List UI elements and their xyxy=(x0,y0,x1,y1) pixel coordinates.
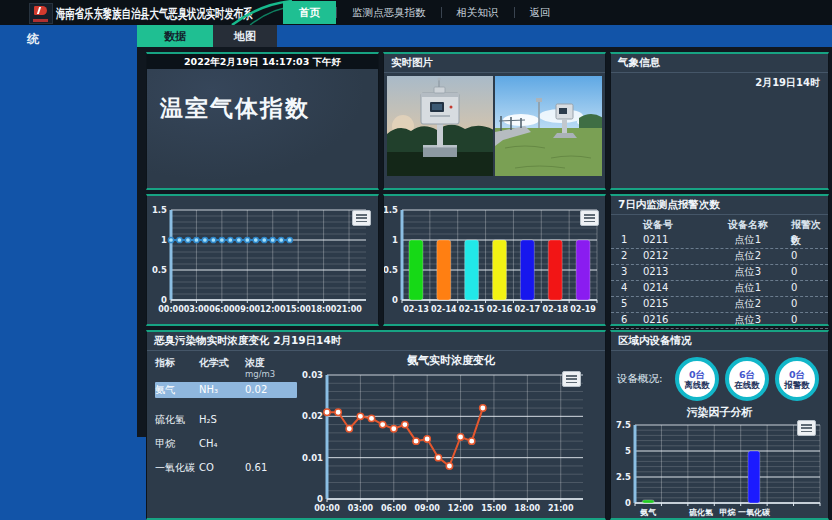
svg-text:0: 0 xyxy=(392,295,398,305)
svg-text:12:00: 12:00 xyxy=(448,504,474,513)
svg-text:02-17: 02-17 xyxy=(515,305,541,314)
device-stat-3: 0台报警数 xyxy=(775,357,819,401)
svg-text:15:00: 15:00 xyxy=(481,504,507,513)
svg-text:02-15: 02-15 xyxy=(459,305,485,314)
logo-glyph xyxy=(34,6,47,15)
svg-text:21:00: 21:00 xyxy=(548,504,574,513)
svg-text:2.5: 2.5 xyxy=(616,472,631,482)
nav-item-3[interactable]: 相关知识 xyxy=(442,0,514,25)
nav-item-2[interactable]: 监测点恶臭指数 xyxy=(337,0,441,25)
svg-text:18:00: 18:00 xyxy=(515,504,541,513)
stat-label: 在线数 xyxy=(734,380,760,390)
chart-toolbox-icon[interactable] xyxy=(797,420,816,436)
devices-overview: 设备概况: 0台离线数6台在线数0台报警数 xyxy=(611,351,828,405)
panel-daily-index-chart: 00.511.502-1302-1402-1502-1602-1702-1802… xyxy=(383,194,606,326)
pollutant-row[interactable]: 甲烷CH₄ xyxy=(155,436,297,452)
svg-text:氨气: 氨气 xyxy=(639,508,656,517)
pollutant-row[interactable]: 硫化氢H₂S xyxy=(155,412,297,428)
unit-label: mg/m3 xyxy=(245,369,289,380)
photo-monitoring-station-2 xyxy=(495,76,602,176)
svg-text:12:00: 12:00 xyxy=(260,305,286,314)
panel-7day-alarms: 7日内监测点报警次数 设备号 设备名称 报警次数 10211点位1020212点… xyxy=(610,194,829,326)
weather-timestamp: 2月19日14时 xyxy=(611,73,828,90)
svg-text:15:00: 15:00 xyxy=(285,305,311,314)
weather-title: 气象信息 xyxy=(611,54,828,73)
devices-title: 区域内设备情况 xyxy=(611,332,828,351)
datetime-bar: 2022年2月19日 14:17:03 下午好 xyxy=(147,54,378,69)
svg-text:02-18: 02-18 xyxy=(542,305,568,314)
chart-toolbox-icon[interactable] xyxy=(580,210,599,226)
greenhouse-index-title: 温室气体指数 xyxy=(147,69,378,124)
pollutants-table-body: 氨气NH₃0.02硫化氢H₂S甲烷CH₄一氧化碳CO0.61 xyxy=(155,382,297,476)
svg-text:1: 1 xyxy=(392,235,398,245)
alarms-table-header: 设备号 设备名称 报警次数 xyxy=(611,217,828,233)
panel-area-devices: 区域内设备情况 设备概况: 0台离线数6台在线数0台报警数 污染因子分析 02.… xyxy=(610,330,829,520)
nh3-chart-title: 氨气实时浓度变化 xyxy=(297,353,605,367)
app-logo-icon xyxy=(29,3,53,24)
alarm-table-row: 10211点位10 xyxy=(611,233,828,249)
pollutants-table: 指标 化学式 浓度 mg/m3 氨气NH₃0.02硫化氢H₂S甲烷CH₄一氧化碳… xyxy=(147,351,297,520)
app-title-wrapped-char: 统 xyxy=(27,31,39,48)
svg-text:5: 5 xyxy=(625,446,631,456)
svg-text:03:00: 03:00 xyxy=(184,305,210,314)
nh3-chart-area: 氨气实时浓度变化 00.010.020.0300:0003:0006:0009:… xyxy=(297,351,605,520)
stat-value: 6台 xyxy=(739,369,755,380)
alarm-table-row: 60216点位30 xyxy=(611,313,828,329)
tab-data[interactable]: 数据 xyxy=(137,25,213,47)
index-trend-chart: 00.511.500:0003:0006:0009:0012:0015:0018… xyxy=(147,196,378,322)
svg-text:21:00: 21:00 xyxy=(336,305,362,314)
device-stat-2: 6台在线数 xyxy=(725,357,769,401)
svg-text:0.02: 0.02 xyxy=(302,411,323,421)
nav-item-4[interactable]: 返回 xyxy=(515,0,566,25)
panel-greenhouse-index: 2022年2月19日 14:17:03 下午好 温室气体指数 xyxy=(146,52,379,190)
alarm-table-row: 20212点位20 xyxy=(611,249,828,265)
alarm-table-row: 40214点位10 xyxy=(611,281,828,297)
svg-text:0: 0 xyxy=(161,295,167,305)
factor-analysis-chart: 02.557.5氨气硫化氢甲烷一氧化碳 xyxy=(611,419,828,520)
chart-toolbox-icon[interactable] xyxy=(352,210,371,226)
nav-item-1[interactable]: 首页 xyxy=(283,1,336,24)
pollutants-body: 指标 化学式 浓度 mg/m3 氨气NH₃0.02硫化氢H₂S甲烷CH₄一氧化碳… xyxy=(147,351,605,520)
alarm-table-row: 50215点位20 xyxy=(611,297,828,313)
device-stat-circles: 0台离线数6台在线数0台报警数 xyxy=(669,357,819,401)
svg-text:0.03: 0.03 xyxy=(302,370,323,380)
stat-label: 离线数 xyxy=(684,380,710,390)
svg-text:0: 0 xyxy=(317,494,323,504)
svg-text:7.5: 7.5 xyxy=(616,420,631,430)
svg-text:0.01: 0.01 xyxy=(302,453,323,463)
photo-row xyxy=(384,73,605,176)
stat-label: 报警数 xyxy=(784,380,810,390)
svg-text:18:00: 18:00 xyxy=(311,305,337,314)
svg-text:02-14: 02-14 xyxy=(431,305,457,314)
panel-index-trend-chart: 00.511.500:0003:0006:0009:0012:0015:0018… xyxy=(146,194,379,326)
svg-text:02-16: 02-16 xyxy=(487,305,513,314)
top-bar: 海南省乐东黎族自治县大气恶臭状况实时发布系 首页监测点恶臭指数相关知识返回 xyxy=(0,0,832,25)
svg-text:1.5: 1.5 xyxy=(384,205,398,215)
stat-value: 0台 xyxy=(689,369,705,380)
svg-text:06:00: 06:00 xyxy=(381,504,407,513)
nh3-trend-chart: 00.010.020.0300:0003:0006:0009:0012:0015… xyxy=(297,367,605,519)
chart-toolbox-icon[interactable] xyxy=(562,371,581,387)
svg-text:1: 1 xyxy=(161,235,167,245)
panel-live-photos: 实时图片 xyxy=(383,52,606,190)
svg-text:06:00: 06:00 xyxy=(209,305,235,314)
logo-subtext xyxy=(33,19,48,22)
tab-map[interactable]: 地图 xyxy=(213,25,277,47)
svg-text:0.5: 0.5 xyxy=(384,265,398,275)
col-formula: 化学式 xyxy=(199,356,245,370)
svg-text:02-19: 02-19 xyxy=(570,305,596,314)
svg-text:09:00: 09:00 xyxy=(414,504,440,513)
svg-text:00:00: 00:00 xyxy=(158,305,184,314)
pollutant-row[interactable]: 一氧化碳CO0.61 xyxy=(155,460,297,476)
svg-text:09:00: 09:00 xyxy=(235,305,261,314)
devices-overview-label: 设备概况: xyxy=(617,372,669,386)
panel-odor-pollutants: 恶臭污染物实时浓度变化 2月19日14时 指标 化学式 浓度 mg/m3 氨气N… xyxy=(146,330,606,520)
svg-text:03:00: 03:00 xyxy=(348,504,374,513)
pollutants-unit-row: mg/m3 xyxy=(155,369,297,380)
svg-text:甲烷: 甲烷 xyxy=(720,508,737,517)
svg-text:一氧化碳: 一氧化碳 xyxy=(738,508,771,517)
stat-value: 0台 xyxy=(789,369,805,380)
panel-weather-info: 气象信息 2月19日14时 xyxy=(610,52,829,190)
pollutants-table-header: 指标 化学式 浓度 xyxy=(155,356,297,369)
pollutant-row[interactable]: 氨气NH₃0.02 xyxy=(155,382,297,398)
